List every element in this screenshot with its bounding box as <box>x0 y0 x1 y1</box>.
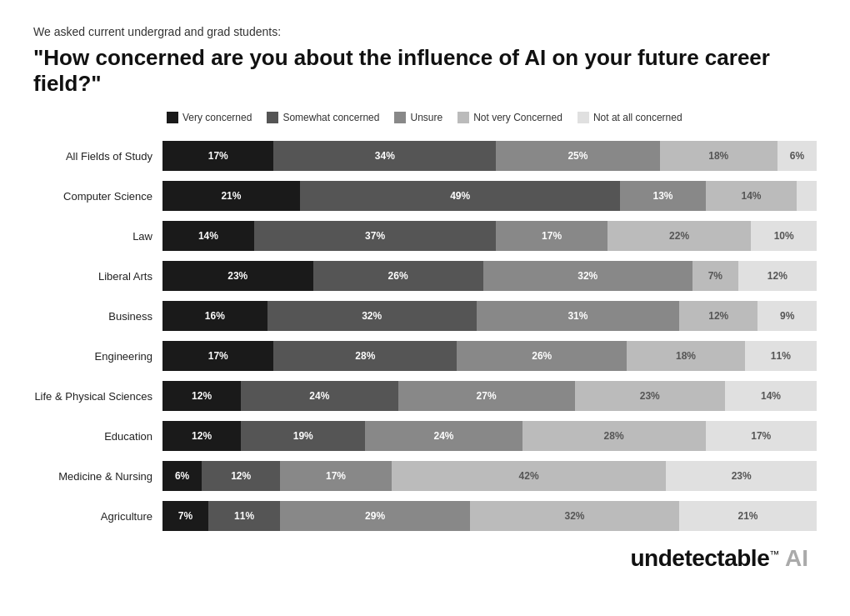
bar-segment: 27% <box>398 381 575 411</box>
row-label: Law <box>33 230 162 243</box>
legend-swatch <box>267 112 278 123</box>
bar-segment: 34% <box>273 141 496 171</box>
chart-row: Agriculture7%11%29%32%21% <box>33 500 817 532</box>
bar-segment: 26% <box>313 261 483 291</box>
bar-segment: 10% <box>751 221 817 251</box>
row-label: Engineering <box>33 350 162 363</box>
legend: Very concerned Somewhat concerned Unsure… <box>167 112 817 123</box>
brand-name: undetectable™ <box>631 545 785 571</box>
row-label: Education <box>33 430 162 443</box>
bar-container: 16%32%31%12%9% <box>162 301 817 331</box>
bar-segment: 29% <box>280 501 470 531</box>
row-label: Computer Science <box>33 190 162 203</box>
bar-segment: 23% <box>162 261 313 291</box>
chart-area: All Fields of Study17%34%25%18%6%Compute… <box>33 140 817 532</box>
bar-segment: 16% <box>162 301 268 331</box>
bar-segment: 26% <box>457 341 627 371</box>
brand-logo: undetectable™ AI <box>631 545 808 572</box>
bar-container: 21%49%13%14% <box>162 181 817 211</box>
chart-row: Computer Science21%49%13%14% <box>33 180 817 212</box>
row-label: Business <box>33 310 162 323</box>
row-label: Agriculture <box>33 510 162 523</box>
bar-container: 23%26%32%7%12% <box>162 261 817 291</box>
chart-row: Engineering17%28%26%18%11% <box>33 340 817 372</box>
bar-container: 7%11%29%32%21% <box>162 501 817 531</box>
chart-row: All Fields of Study17%34%25%18%6% <box>33 140 817 172</box>
brand-ai: AI <box>785 545 808 571</box>
bar-segment: 7% <box>162 501 208 531</box>
bar-segment: 19% <box>241 421 365 451</box>
bar-segment: 18% <box>660 141 778 171</box>
bar-segment: 6% <box>778 141 817 171</box>
bar-segment: 22% <box>608 221 752 251</box>
bar-segment: 17% <box>162 341 273 371</box>
legend-label: Very concerned <box>182 112 252 123</box>
legend-item: Not at all concerned <box>578 112 682 123</box>
bar-segment: 9% <box>758 301 817 331</box>
bar-container: 17%28%26%18%11% <box>162 341 817 371</box>
bar-segment: 18% <box>627 341 744 371</box>
bar-segment: 17% <box>706 421 817 451</box>
bar-segment: 28% <box>522 421 706 451</box>
bar-segment: 21% <box>162 181 300 211</box>
bar-segment: 49% <box>300 181 621 211</box>
bar-segment: 14% <box>725 381 817 411</box>
bar-segment: 17% <box>496 221 607 251</box>
bar-segment: 12% <box>738 261 817 291</box>
bar-segment: 12% <box>202 461 280 491</box>
bar-segment: 31% <box>477 301 679 331</box>
bar-segment: 14% <box>162 221 254 251</box>
legend-swatch <box>458 112 469 123</box>
row-label: All Fields of Study <box>33 150 162 163</box>
bar-segment: 12% <box>162 421 241 451</box>
bar-segment: 17% <box>280 461 391 491</box>
bar-segment: 21% <box>679 501 817 531</box>
legend-label: Somewhat concerned <box>282 112 379 123</box>
legend-item: Somewhat concerned <box>267 112 379 123</box>
bar-segment: 23% <box>666 461 817 491</box>
chart-row: Medicine & Nursing6%12%17%42%23% <box>33 460 817 492</box>
bar-segment: 25% <box>496 141 659 171</box>
chart-row: Life & Physical Sciences12%24%27%23%14% <box>33 380 817 412</box>
bar-container: 12%19%24%28%17% <box>162 421 817 451</box>
main-title: "How concerned are you about the influen… <box>33 45 817 97</box>
chart-row: Liberal Arts23%26%32%7%12% <box>33 260 817 292</box>
bar-container: 17%34%25%18%6% <box>162 141 817 171</box>
row-label: Liberal Arts <box>33 270 162 283</box>
bar-segment: 6% <box>162 461 202 491</box>
bar-segment <box>797 181 817 211</box>
bar-segment: 32% <box>470 501 679 531</box>
bar-segment: 24% <box>365 421 522 451</box>
bar-segment: 28% <box>273 341 457 371</box>
legend-label: Not at all concerned <box>593 112 682 123</box>
legend-swatch <box>578 112 589 123</box>
legend-item: Not very Concerned <box>458 112 562 123</box>
chart-row: Business16%32%31%12%9% <box>33 300 817 332</box>
subtitle: We asked current undergrad and grad stud… <box>33 25 817 38</box>
row-label: Life & Physical Sciences <box>33 390 162 403</box>
bar-segment: 11% <box>208 501 280 531</box>
legend-item: Unsure <box>394 112 442 123</box>
legend-label: Not very Concerned <box>473 112 562 123</box>
bar-segment: 42% <box>392 461 667 491</box>
legend-swatch <box>167 112 178 123</box>
bar-segment: 12% <box>162 381 241 411</box>
chart-row: Law14%37%17%22%10% <box>33 220 817 252</box>
chart-row: Education12%19%24%28%17% <box>33 420 817 452</box>
bar-segment: 12% <box>679 301 758 331</box>
bar-segment: 32% <box>483 261 692 291</box>
bar-segment: 14% <box>706 181 798 211</box>
bar-segment: 13% <box>620 181 705 211</box>
legend-swatch <box>394 112 406 123</box>
bar-container: 6%12%17%42%23% <box>162 461 817 491</box>
legend-label: Unsure <box>410 112 442 123</box>
footer: undetectable™ AI <box>33 545 817 572</box>
bar-segment: 32% <box>268 301 477 331</box>
bar-container: 14%37%17%22%10% <box>162 221 817 251</box>
bar-segment: 24% <box>241 381 398 411</box>
bar-segment: 17% <box>162 141 273 171</box>
bar-segment: 7% <box>692 261 738 291</box>
bar-segment: 37% <box>254 221 496 251</box>
bar-container: 12%24%27%23%14% <box>162 381 817 411</box>
row-label: Medicine & Nursing <box>33 470 162 483</box>
